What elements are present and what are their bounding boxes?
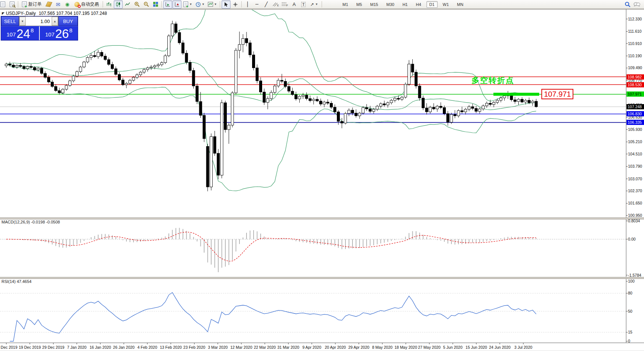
volume-increase-button[interactable]: ▲: [52, 17, 58, 26]
line-chart-mode-icon[interactable]: [123, 0, 132, 9]
sell-price-sup: 8: [30, 27, 33, 33]
fibonacci-tool-icon[interactable]: F: [280, 0, 289, 9]
toolbar-separator: [18, 1, 18, 7]
new-order-label: 新订单: [28, 1, 42, 7]
price-level-label: 107.971: [627, 91, 644, 97]
rsi-axis-label: 15: [628, 330, 644, 335]
volume-input[interactable]: [26, 17, 52, 26]
templates-icon[interactable]: ▼: [206, 0, 218, 9]
turning-point-annotation[interactable]: 多空转折点: [471, 75, 514, 86]
brush-icon[interactable]: [44, 0, 53, 9]
toolbar-separator: [103, 1, 103, 7]
timeframe-button-d1[interactable]: D1: [426, 1, 438, 8]
search-icon[interactable]: [623, 0, 632, 9]
volume-decrease-button[interactable]: ▼: [19, 17, 26, 26]
label-tool-icon[interactable]: T: [299, 0, 308, 9]
rsi-axis-label: 50: [628, 309, 644, 314]
rsi-axis-label: 100: [628, 279, 644, 284]
price-tick-label: 101.650: [628, 201, 644, 206]
candlestick-series[interactable]: [5, 21, 538, 191]
rsi-line: [10, 293, 537, 341]
cursor-icon[interactable]: [222, 0, 231, 9]
zoom-in-icon[interactable]: [132, 0, 141, 9]
macd-axis-label: 0.00: [628, 237, 644, 242]
new-order-button[interactable]: +新订单: [20, 0, 44, 9]
toolbar: +新订单 ✉ ◉ 自动交易 +▼ ▼ ▼ │ ─ ╱ E F A T ↗▼ M1…: [0, 0, 644, 9]
data-window-icon[interactable]: [7, 0, 16, 9]
price-tick-label: 103.790: [628, 164, 644, 169]
buy-price-digits: 26: [55, 28, 69, 39]
sell-price-digits: 24: [16, 28, 30, 39]
signal-icon[interactable]: ◉: [63, 0, 72, 9]
price-tick-label: 112.330: [628, 17, 644, 22]
candlestick-mode-icon[interactable]: [114, 0, 123, 9]
text-tool-icon[interactable]: A: [290, 0, 299, 9]
price-tick-label: 109.490: [628, 65, 644, 70]
price-level-label: 107.248: [627, 104, 644, 109]
autotrading-label: 自动交易: [81, 1, 99, 7]
price-level-label: 108.982: [627, 74, 644, 80]
chat-icon[interactable]: [632, 0, 641, 9]
price-tick-label: 111.610: [628, 29, 644, 34]
rsi-pane-separator[interactable]: [0, 277, 644, 279]
timeframe-button-m1[interactable]: M1: [339, 1, 351, 8]
periods-icon[interactable]: ▼: [194, 0, 206, 9]
toolbar-separator: [161, 1, 162, 7]
zoom-out-icon[interactable]: [142, 0, 151, 9]
vertical-line-tool-icon[interactable]: │: [243, 0, 252, 9]
horizontal-line-tool-icon[interactable]: ─: [252, 0, 261, 9]
price-tick-label: 104.510: [628, 152, 644, 157]
autotrading-button[interactable]: 自动交易: [72, 0, 101, 9]
timeframe-button-m15[interactable]: M15: [367, 1, 381, 8]
rsi-axis-label: 0: [628, 339, 644, 344]
indicators-icon[interactable]: +▼: [182, 0, 194, 9]
chart-marker-icon: ◤: [2, 12, 4, 15]
macd-histogram: [6, 228, 536, 272]
toolbar-separator: [322, 1, 322, 7]
timeframe-button-h1[interactable]: H1: [399, 1, 410, 8]
green-bar-annotation[interactable]: [493, 93, 539, 96]
chart-shift-icon[interactable]: [173, 0, 181, 9]
crosshair-icon[interactable]: [231, 0, 240, 9]
tile-windows-icon[interactable]: [151, 0, 160, 9]
price-chart-canvas[interactable]: [0, 0, 644, 351]
time-axis-label: 3 Jul 2020: [508, 345, 539, 350]
price-tick-label: 110.190: [628, 54, 644, 58]
rsi-axis-label: 80: [628, 291, 644, 296]
macd-signal-line: [6, 232, 536, 261]
trendline-tool-icon[interactable]: ╱: [262, 0, 271, 9]
macd-pane-separator[interactable]: [0, 218, 644, 219]
price-tick-label: 110.910: [628, 41, 644, 46]
toolbar-separator: [241, 1, 242, 7]
volume-stepper: ▼ ▲: [19, 16, 58, 26]
sell-button[interactable]: SELL: [1, 16, 19, 26]
arrows-tool-icon[interactable]: ↗▼: [308, 0, 320, 9]
chart-window: ◤USDJPY-,Daily107.565 107.704 107.195 10…: [0, 0, 644, 351]
bar-chart-mode-icon[interactable]: [104, 0, 113, 9]
timeframe-button-w1[interactable]: W1: [440, 1, 452, 8]
price-tick-label: 105.930: [628, 127, 644, 132]
channel-tool-icon[interactable]: E: [271, 0, 280, 9]
price-level-label: 106.335: [627, 120, 644, 125]
chart-title: ◤USDJPY-,Daily107.565 107.704 107.195 10…: [2, 11, 107, 16]
timeframe-button-m5[interactable]: M5: [353, 1, 365, 8]
buy-button[interactable]: BUY: [58, 16, 78, 26]
rsi-label: RSI(14) 47.4654: [1, 279, 32, 284]
price-tag-label[interactable]: 107.971: [541, 89, 573, 99]
ohlc-values: 107.565 107.704 107.195 107.248: [39, 11, 107, 16]
timeframe-button-m30[interactable]: M30: [383, 1, 397, 8]
price-tick-label: 105.210: [628, 139, 644, 144]
chart-window-icon[interactable]: [0, 0, 7, 9]
timeframe-button-mn[interactable]: MN: [454, 1, 466, 8]
buy-price-display[interactable]: 107268: [40, 26, 78, 40]
sell-price-display[interactable]: 107248: [1, 26, 39, 40]
timeframe-button-h4[interactable]: H4: [413, 1, 424, 8]
mail-icon[interactable]: ✉: [54, 0, 62, 9]
auto-scroll-icon[interactable]: [163, 0, 172, 9]
price-level-label: 108.530: [627, 82, 644, 87]
autotrading-globe-icon: [74, 2, 80, 7]
one-click-trading-panel: SELL ▼ ▲ BUY 107248 107268: [1, 16, 78, 41]
price-tick-label: 102.370: [628, 189, 644, 193]
buy-price-prefix: 107: [45, 31, 54, 38]
sell-price-prefix: 107: [6, 31, 16, 38]
